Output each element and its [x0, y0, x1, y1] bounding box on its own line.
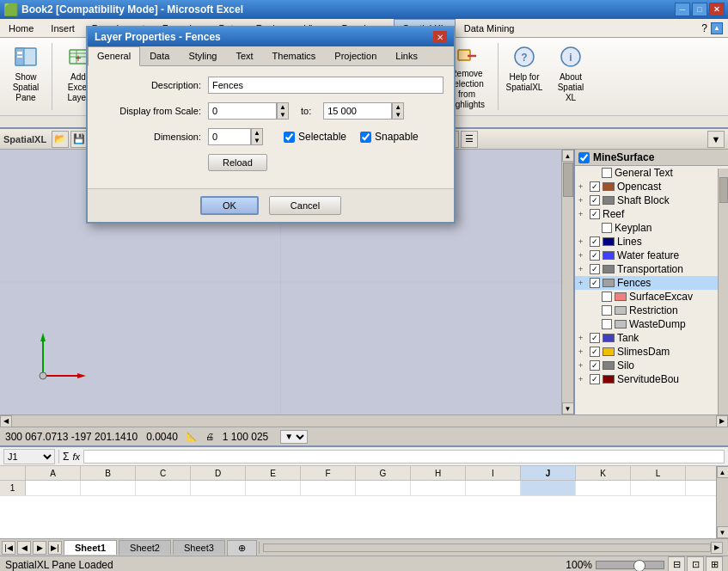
scale-to-input[interactable] [323, 102, 392, 120]
excel-scroll-down[interactable]: ▼ [717, 526, 729, 538]
layer-checkbox[interactable]: ✓ [590, 374, 600, 384]
col-header-g[interactable]: G [356, 466, 411, 480]
expand-icon[interactable]: + [578, 251, 587, 260]
cell-j1[interactable] [521, 481, 576, 495]
expand-icon[interactable]: + [578, 182, 587, 191]
show-spatial-pane-button[interactable]: ShowSpatial Pane [3, 40, 48, 114]
col-header-e[interactable]: E [246, 466, 301, 480]
col-header-k[interactable]: K [576, 466, 631, 480]
cell-l1[interactable] [631, 481, 686, 495]
ok-button[interactable]: OK [200, 196, 259, 215]
layer-checkbox[interactable]: ✓ [590, 181, 600, 192]
scale-from-down[interactable]: ▼ [278, 111, 288, 119]
expand-icon[interactable]: + [578, 265, 587, 273]
list-item[interactable]: General Text [575, 166, 728, 180]
tab-thematics[interactable]: Thematics [263, 46, 326, 65]
menu-data-mining[interactable]: Data Mining [456, 19, 523, 37]
scale-from-input[interactable] [208, 102, 277, 120]
list-item[interactable]: Restriction [575, 304, 728, 317]
page-layout-view-button[interactable]: ⊡ [687, 556, 704, 572]
minesurface-checkbox[interactable] [578, 152, 590, 163]
scale-to-spinner[interactable]: ▲ ▼ [323, 102, 404, 120]
scale-to-up[interactable]: ▲ [393, 103, 403, 111]
tool-open[interactable]: 📂 [52, 131, 69, 148]
expand-icon[interactable]: + [578, 196, 587, 205]
list-item[interactable]: + ✓ Fences [575, 276, 728, 290]
zoom-slider[interactable] [596, 561, 664, 569]
tool-legend[interactable]: ☰ [461, 131, 478, 148]
scroll-down-button[interactable]: ▼ [562, 402, 574, 414]
row-number[interactable]: 1 [0, 481, 26, 495]
layer-checkbox[interactable] [602, 168, 612, 178]
spatialxl-minimize[interactable]: ▼ [707, 131, 725, 148]
cell-e1[interactable] [246, 481, 301, 495]
list-item[interactable]: + ✓ Transportation [575, 262, 728, 276]
snapable-checkbox[interactable] [360, 132, 371, 143]
close-button[interactable]: ✕ [709, 3, 725, 16]
dimension-input[interactable] [208, 128, 251, 145]
scroll-left-button[interactable]: ◀ [0, 415, 12, 427]
layer-checkbox[interactable] [602, 292, 612, 302]
layer-checkbox[interactable]: ✓ [590, 347, 600, 357]
layer-checkbox[interactable] [602, 223, 612, 233]
excel-horizontal-scrollbar[interactable] [263, 543, 711, 552]
layers-scroll[interactable]: General Text + ✓ Opencast + ✓ Shaft [575, 166, 728, 414]
cell-h1[interactable] [411, 481, 466, 495]
tab-links[interactable]: Links [386, 46, 427, 65]
minimize-ribbon-button[interactable]: ▲ [711, 22, 723, 34]
list-item[interactable]: WasteDump [575, 317, 728, 331]
dialog-close-button[interactable]: ✕ [433, 31, 447, 43]
list-item[interactable]: + ✓ Water feature [575, 249, 728, 262]
normal-view-button[interactable]: ⊟ [668, 556, 685, 572]
sheet-tab-sheet3[interactable]: Sheet3 [173, 540, 225, 555]
expand-icon[interactable]: + [578, 347, 587, 356]
about-button[interactable]: i AboutSpatial XL [548, 40, 593, 114]
scale-from-spinner[interactable]: ▲ ▼ [208, 102, 289, 120]
tab-projection[interactable]: Projection [325, 46, 386, 65]
col-header-d[interactable]: D [191, 466, 246, 480]
scroll-thumb[interactable] [563, 163, 573, 197]
tab-general[interactable]: General [88, 46, 140, 66]
expand-icon[interactable]: + [578, 334, 587, 342]
map-vertical-scrollbar[interactable]: ▲ ▼ [561, 150, 573, 414]
cancel-button[interactable]: Cancel [269, 196, 341, 215]
dimension-up[interactable]: ▲ [252, 129, 262, 137]
sheet-nav-last[interactable]: ▶| [48, 541, 62, 555]
col-header-a[interactable]: A [26, 466, 81, 480]
sheet-nav-next[interactable]: ▶ [33, 541, 46, 555]
layers-vertical-scrollbar[interactable] [718, 169, 728, 414]
sheet-tab-sheet2[interactable]: Sheet2 [119, 540, 171, 555]
cell-a1[interactable] [26, 481, 81, 495]
selectable-checkbox[interactable] [284, 132, 295, 143]
list-item[interactable]: + ✓ Lines [575, 235, 728, 249]
dimension-spinbutton[interactable]: ▲ ▼ [251, 128, 263, 145]
expand-icon[interactable]: + [578, 210, 587, 218]
reload-button[interactable]: Reload [208, 154, 267, 171]
list-item[interactable]: + ✓ Reef [575, 207, 728, 221]
dimension-spinner[interactable]: ▲ ▼ [208, 128, 263, 145]
formula-input[interactable] [83, 450, 725, 464]
maximize-button[interactable]: □ [692, 3, 707, 16]
layer-checkbox[interactable]: ✓ [590, 236, 600, 247]
col-header-c[interactable]: C [136, 466, 191, 480]
expand-icon[interactable]: + [578, 361, 587, 370]
expand-icon[interactable]: + [578, 279, 587, 287]
scroll-up-button[interactable]: ▲ [562, 150, 574, 162]
help-button[interactable]: ? Help forSpatialXL [502, 40, 547, 114]
map-horizontal-scrollbar[interactable]: ◀ ▶ [0, 414, 728, 427]
layer-checkbox[interactable] [602, 305, 612, 316]
zoom-thumb[interactable] [633, 560, 645, 572]
add-sheet-button[interactable]: ⊕ [227, 540, 257, 556]
col-header-l[interactable]: L [631, 466, 686, 480]
scroll-right-button[interactable]: ▶ [716, 415, 728, 427]
layer-checkbox[interactable]: ✓ [590, 333, 600, 343]
layer-checkbox[interactable]: ✓ [590, 264, 600, 274]
layer-checkbox[interactable]: ✓ [590, 360, 600, 371]
description-input[interactable] [208, 77, 444, 94]
expand-icon[interactable]: + [578, 237, 587, 246]
sheet-nav-prev[interactable]: ◀ [17, 541, 31, 555]
cell-b1[interactable] [81, 481, 136, 495]
layer-checkbox[interactable]: ✓ [590, 250, 600, 261]
sheet-tab-sheet1[interactable]: Sheet1 [64, 540, 117, 555]
list-item[interactable]: + ✓ Shaft Block [575, 193, 728, 207]
